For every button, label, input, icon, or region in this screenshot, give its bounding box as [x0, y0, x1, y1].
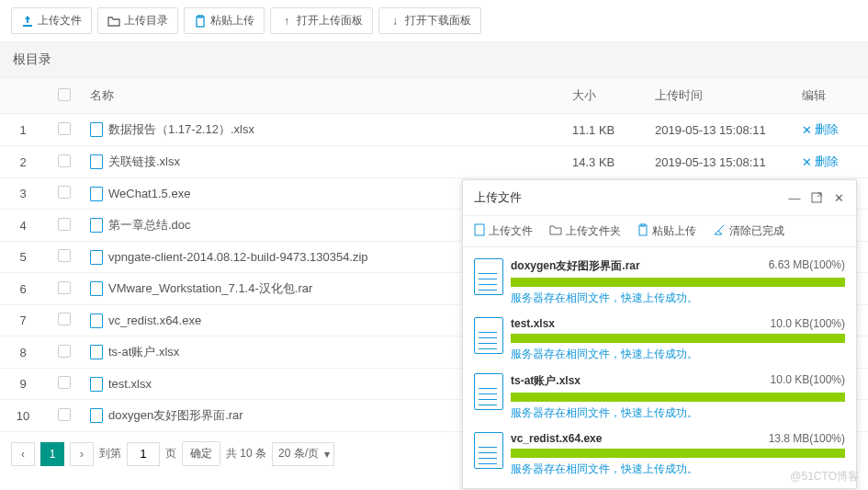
row-index: 1 — [0, 114, 46, 146]
expand-icon[interactable] — [810, 191, 823, 204]
clipboard-icon — [637, 223, 648, 239]
svg-rect-3 — [475, 224, 484, 235]
upload-file-size: 6.63 MB(100%) — [769, 258, 845, 274]
row-index: 8 — [0, 336, 46, 369]
col-size[interactable]: 大小 — [565, 78, 648, 114]
file-icon — [474, 223, 485, 239]
tab-clear-done[interactable]: 清除已完成 — [713, 223, 784, 239]
svg-rect-4 — [639, 225, 647, 235]
row-checkbox[interactable] — [58, 122, 71, 135]
progress-bar — [511, 278, 845, 287]
row-checkbox[interactable] — [58, 186, 71, 199]
file-time: 2019-05-13 15:08:11 — [648, 146, 795, 178]
upload-item: test.xlsx10.0 KB(100%)服务器存在相同文件，快速上传成功。 — [474, 312, 845, 368]
upload-message: 服务器存在相同文件，快速上传成功。 — [511, 347, 845, 362]
delete-link[interactable]: ✕删除 — [802, 154, 839, 170]
upload-file-size: 10.0 KB(100%) — [771, 373, 845, 389]
upload-file-name: doxygen友好图形界面.rar — [511, 258, 640, 274]
table-row: 2关联链接.xlsx14.3 KB2019-05-13 15:08:11✕删除 — [0, 146, 868, 178]
file-name[interactable]: WeChat1.5.exe — [108, 187, 190, 200]
tab-upload-file[interactable]: 上传文件 — [474, 223, 533, 239]
upload-file-size: 10.0 KB(100%) — [771, 317, 845, 330]
row-index: 4 — [0, 210, 46, 242]
upload-file-button[interactable]: 上传文件 — [11, 7, 92, 34]
row-index: 2 — [0, 146, 46, 178]
checkbox-all[interactable] — [58, 88, 71, 101]
pager-confirm-button[interactable]: 确定 — [182, 441, 220, 466]
tab-upload-folder[interactable]: 上传文件夹 — [549, 223, 621, 239]
open-download-panel-label: 打开下载面板 — [405, 13, 471, 28]
file-icon — [474, 317, 503, 354]
row-index: 6 — [0, 273, 46, 305]
file-name[interactable]: doxygen友好图形界面.rar — [108, 407, 243, 424]
open-upload-panel-button[interactable]: ↑ 打开上传面板 — [270, 7, 373, 34]
row-checkbox[interactable] — [58, 408, 71, 421]
upload-file-label: 上传文件 — [38, 13, 82, 28]
file-icon — [90, 345, 103, 359]
file-icon — [90, 218, 103, 233]
file-name[interactable]: 第一章总结.doc — [108, 217, 191, 234]
folder-icon — [107, 15, 120, 28]
file-name[interactable]: 关联链接.xlsx — [108, 154, 180, 170]
file-name[interactable]: test.xlsx — [108, 377, 152, 391]
row-checkbox[interactable] — [58, 281, 71, 294]
file-name[interactable]: ts-at账户.xlsx — [108, 344, 179, 360]
file-time: 2019-05-13 15:08:11 — [648, 114, 795, 146]
file-name[interactable]: VMware_Workstation_7.1.4-汉化包.rar — [108, 280, 312, 297]
file-name[interactable]: 数据报告（1.17-2.12）.xlsx — [108, 121, 254, 138]
file-icon — [90, 281, 103, 296]
upload-dir-button[interactable]: 上传目录 — [97, 7, 178, 34]
row-index: 10 — [0, 400, 46, 432]
file-icon — [90, 313, 103, 328]
upload-file-name: vc_redist.x64.exe — [511, 432, 602, 445]
file-icon — [90, 154, 103, 169]
pager-page-label: 页 — [165, 446, 176, 462]
col-index — [0, 78, 46, 114]
file-icon — [474, 432, 503, 469]
row-checkbox[interactable] — [58, 249, 71, 262]
close-icon: ✕ — [802, 123, 812, 137]
pager-prev[interactable]: ‹ — [11, 442, 35, 466]
row-checkbox[interactable] — [58, 345, 71, 358]
delete-link[interactable]: ✕删除 — [802, 121, 839, 138]
breadcrumb[interactable]: 根目录 — [0, 41, 868, 78]
file-name[interactable]: vc_redist.x64.exe — [108, 313, 201, 327]
row-index: 3 — [0, 178, 46, 210]
open-download-panel-button[interactable]: ↓ 打开下载面板 — [378, 7, 481, 34]
table-row: 1数据报告（1.17-2.12）.xlsx11.1 KB2019-05-13 1… — [0, 114, 868, 146]
file-name[interactable]: vpngate-client-2014.08.12-build-9473.130… — [108, 250, 368, 264]
progress-bar — [511, 334, 845, 343]
upload-message: 服务器存在相同文件，快速上传成功。 — [511, 405, 845, 421]
row-checkbox[interactable] — [58, 313, 71, 325]
paste-upload-button[interactable]: 粘贴上传 — [184, 7, 265, 34]
col-name[interactable]: 名称 — [83, 78, 565, 114]
row-checkbox[interactable] — [58, 154, 71, 167]
pager-total: 共 10 条 — [226, 446, 266, 462]
file-size: 14.3 KB — [565, 146, 648, 178]
row-checkbox[interactable] — [58, 218, 71, 231]
upload-message: 服务器存在相同文件，快速上传成功。 — [511, 291, 845, 306]
arrow-up-icon: ↑ — [280, 15, 293, 28]
file-size: 11.1 KB — [565, 114, 648, 146]
row-checkbox[interactable] — [58, 376, 71, 389]
file-icon — [90, 408, 103, 423]
pager-per-page-select[interactable]: 20 条/页▾ — [272, 442, 334, 466]
row-index: 7 — [0, 305, 46, 336]
file-icon — [90, 377, 103, 392]
close-icon[interactable]: ✕ — [832, 191, 845, 204]
pager-page-1[interactable]: 1 — [40, 442, 64, 466]
open-upload-panel-label: 打开上传面板 — [297, 13, 363, 28]
minimize-icon[interactable]: — — [788, 191, 801, 204]
upload-list: doxygen友好图形界面.rar6.63 MB(100%)服务器存在相同文件，… — [463, 247, 856, 488]
tab-paste-upload[interactable]: 粘贴上传 — [637, 223, 696, 239]
upload-panel-tabs: 上传文件 上传文件夹 粘贴上传 清除已完成 — [463, 216, 856, 247]
file-icon — [90, 250, 103, 265]
upload-dir-label: 上传目录 — [124, 13, 168, 28]
upload-panel-title: 上传文件 — [474, 189, 522, 206]
upload-panel: 上传文件 — ✕ 上传文件 上传文件夹 粘贴上传 清除已完成 doxygen友好… — [462, 179, 857, 489]
col-time[interactable]: 上传时间 — [648, 78, 795, 114]
pager-goto-input[interactable] — [127, 442, 160, 466]
pager-next[interactable]: › — [70, 442, 94, 466]
toolbar: 上传文件 上传目录 粘贴上传 ↑ 打开上传面板 ↓ 打开下载面板 — [0, 0, 868, 41]
upload-file-size: 13.8 MB(100%) — [769, 432, 845, 445]
